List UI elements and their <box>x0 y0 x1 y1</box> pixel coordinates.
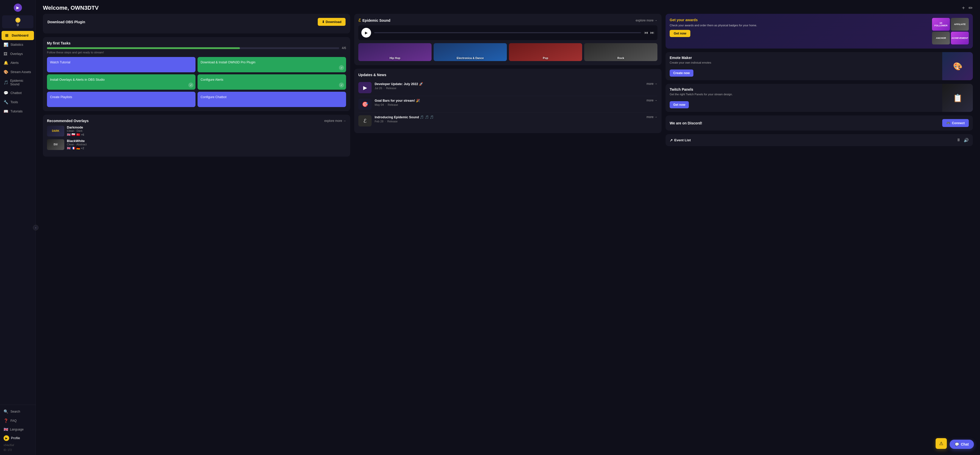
next-track-button[interactable]: ⏭ <box>650 30 654 35</box>
news-more-dev[interactable]: more → <box>646 82 657 86</box>
sidebar-collapse-button[interactable]: ‹ <box>33 225 38 230</box>
event-pause-icon[interactable]: ⏸ <box>956 138 961 142</box>
twitch-panels-description: Get the right Twitch Panels for your str… <box>670 93 938 96</box>
dashboard-icon: ⊞ <box>5 33 10 38</box>
genre-grid: Hip Hop Electronica & Dance Pop <box>358 43 657 61</box>
tools-icon: 🔧 <box>3 100 8 104</box>
updates-title: Updates & News <box>358 73 657 77</box>
play-button[interactable]: ▶ <box>361 28 371 38</box>
sidebar-item-overlays[interactable]: 🖼 Overlays <box>0 49 35 58</box>
overlay-flags: 🇬🇧 🇵🇱 🇹🇷 +6 <box>67 133 346 136</box>
event-controls: ⏸ 🔊 <box>956 138 969 142</box>
event-volume-icon[interactable]: 🔊 <box>964 138 969 142</box>
profile-label: Profile <box>11 436 20 440</box>
epidemic-sound-card: ℰ Epidemic Sound explore more → ▶ ⏮ ⏭ <box>354 14 662 65</box>
sidebar-bottom: 🔍 Search ❓ FAQ 🇬🇧 Language ▶ Profile v54… <box>0 405 35 455</box>
profile-item[interactable]: ▶ Profile <box>0 434 35 443</box>
news-item-goal-bars: 🎯 Goal Bars for your stream! 🎉 May 04 · … <box>358 96 657 113</box>
task-watch-tutorial[interactable]: Watch Tutorial <box>47 57 196 72</box>
discord-connect-button[interactable]: 🎮 Connect <box>942 119 969 127</box>
sidebar-item-label: Statistics <box>11 43 23 46</box>
news-item-epidemic-intro: ℰ Indroducing Epidemic Sound 🎵 🎵 🎵 Feb 2… <box>358 113 657 129</box>
download-obs-button[interactable]: ⬇ Download <box>318 18 345 26</box>
awards-text: Get your awards Check your awards and or… <box>670 18 928 45</box>
sidebar-item-label: Epidemic Sound <box>10 79 32 86</box>
coin-icon: 🪙 <box>15 18 21 23</box>
task-create-playlists[interactable]: Create Playlists <box>47 92 196 107</box>
sidebar-item-stream-assets[interactable]: 🎨 Stream Assets <box>0 67 35 77</box>
sidebar-item-label: Dashboard <box>12 34 28 37</box>
tasks-grid: Watch Tutorial Download & Install OWN3D … <box>47 57 346 107</box>
language-flag: 🇬🇧 <box>3 427 8 432</box>
chat-fab-button[interactable]: 💬 Chat <box>950 440 974 449</box>
language-label: Language <box>10 428 24 431</box>
sidebar-item-label: Search <box>11 410 20 413</box>
task-install-overlays[interactable]: Install Overlays & Alerts in OBS Studio … <box>47 74 196 90</box>
prev-track-button[interactable]: ⏮ <box>644 30 648 35</box>
emote-maker-image: 🎨 <box>942 52 973 80</box>
coins-widget[interactable]: 🪙 0 <box>2 15 33 28</box>
epidemic-sound-icon: 🎵 <box>3 80 8 85</box>
sidebar-item-epidemic-sound[interactable]: 🎵 Epidemic Sound <box>0 77 35 88</box>
task-configure-alerts[interactable]: Configure Alerts ✓ <box>197 74 346 90</box>
add-button[interactable]: + <box>962 5 965 11</box>
genre-rock[interactable]: Rock <box>584 43 657 61</box>
stream-assets-icon: 🎨 <box>3 70 8 74</box>
event-list-card: ↗ Event List ⏸ 🔊 <box>666 134 973 146</box>
task-download-install[interactable]: Download & Install OWN3D Pro Plugin ✓ <box>197 57 346 72</box>
sidebar-logo: ▶ <box>0 0 35 14</box>
overlay-name: Darkmode <box>67 125 346 129</box>
sidebar-item-alerts[interactable]: 🔔 Alerts <box>0 58 35 67</box>
task-configure-chatbot[interactable]: Configure Chatbot <box>197 92 346 107</box>
overlays-section-title: Recommended Overlays <box>47 119 89 123</box>
emote-maker-card: Emote Maker Create your own indiviual em… <box>666 52 973 80</box>
epidemic-header: ℰ Epidemic Sound explore more → <box>358 18 657 23</box>
twitch-panels-inner: Twitch Panels Get the right Twitch Panel… <box>666 84 973 112</box>
twitch-panels-get-button[interactable]: Get now <box>670 101 689 108</box>
page-title: Welcome, OWN3DTV <box>43 5 99 11</box>
emote-maker-title: Emote Maker <box>670 56 938 60</box>
overlays-section-header: Recommended Overlays explore more → <box>47 119 346 123</box>
genre-hip-hop[interactable]: Hip Hop <box>358 43 431 61</box>
sidebar-item-search[interactable]: 🔍 Search <box>0 407 35 416</box>
genre-pop[interactable]: Pop <box>509 43 582 61</box>
sidebar-item-tools[interactable]: 🔧 Tools <box>0 97 35 107</box>
overlay-info-blackwhite: BlackWhite Clean · Abstract 🇬🇧 🇫🇷 🇩🇪 +2 <box>67 139 346 150</box>
alert-fab-button[interactable]: ⚠ <box>935 438 947 449</box>
sidebar-item-label: FAQ <box>11 419 17 423</box>
awards-title: Get your awards <box>670 18 928 22</box>
overlays-icon: 🖼 <box>3 52 8 56</box>
overlay-item-blackwhite[interactable]: BW BlackWhite Clean · Abstract 🇬🇧 🇫🇷 🇩🇪 … <box>47 139 346 150</box>
genre-electronic[interactable]: Electronica & Dance <box>434 43 507 61</box>
overlays-explore-link[interactable]: explore more → <box>325 119 346 123</box>
task-check-icon: ✓ <box>339 65 344 70</box>
sidebar-item-dashboard[interactable]: ⊞ Dashboard <box>2 31 34 40</box>
overlay-name: BlackWhite <box>67 139 346 143</box>
sidebar-item-faq[interactable]: ❓ FAQ <box>0 416 35 425</box>
content-grid: Download OBS Plugin ⬇ Download My first … <box>36 14 980 162</box>
faq-icon: ❓ <box>3 418 8 423</box>
badge-anchor: ANCHOR <box>932 32 950 45</box>
player-progress-bar[interactable] <box>374 32 641 33</box>
task-check-icon: ✓ <box>188 83 193 88</box>
overlay-item-darkmode[interactable]: DARK Darkmode Clean · Dark 🇬🇧 🇵🇱 🇹🇷 +6 <box>47 125 346 136</box>
tasks-description: Follow these steps and get ready to stre… <box>47 51 346 54</box>
language-selector[interactable]: 🇬🇧 Language <box>0 425 35 434</box>
epidemic-explore-link[interactable]: explore more → <box>636 19 657 22</box>
sidebar-item-statistics[interactable]: 📊 Statistics <box>0 40 35 49</box>
news-more-goal[interactable]: more → <box>646 99 657 102</box>
news-more-epidemic[interactable]: more → <box>646 115 657 119</box>
tasks-title: My first Tasks <box>47 41 346 45</box>
updates-news-card: Updates & News ▶ Developer Update: July … <box>354 69 662 133</box>
tasks-progress-fill <box>47 47 240 49</box>
awards-get-now-button[interactable]: Get now <box>670 30 690 37</box>
header-actions: + ✏ <box>962 5 973 11</box>
sidebar-item-chatbot[interactable]: 💬 Chatbot <box>0 88 35 97</box>
awards-description: Check your awards and order them as phys… <box>670 24 928 27</box>
task-label: Configure Chatbot <box>200 95 226 99</box>
discord-card: We are on Discord! 🎮 Connect <box>666 115 973 131</box>
awards-card: Get your awards Check your awards and or… <box>666 14 973 48</box>
emote-maker-create-button[interactable]: Create now <box>670 70 694 77</box>
sidebar-item-tutorials[interactable]: 📖 Tutorials <box>0 107 35 116</box>
edit-button[interactable]: ✏ <box>969 5 973 11</box>
